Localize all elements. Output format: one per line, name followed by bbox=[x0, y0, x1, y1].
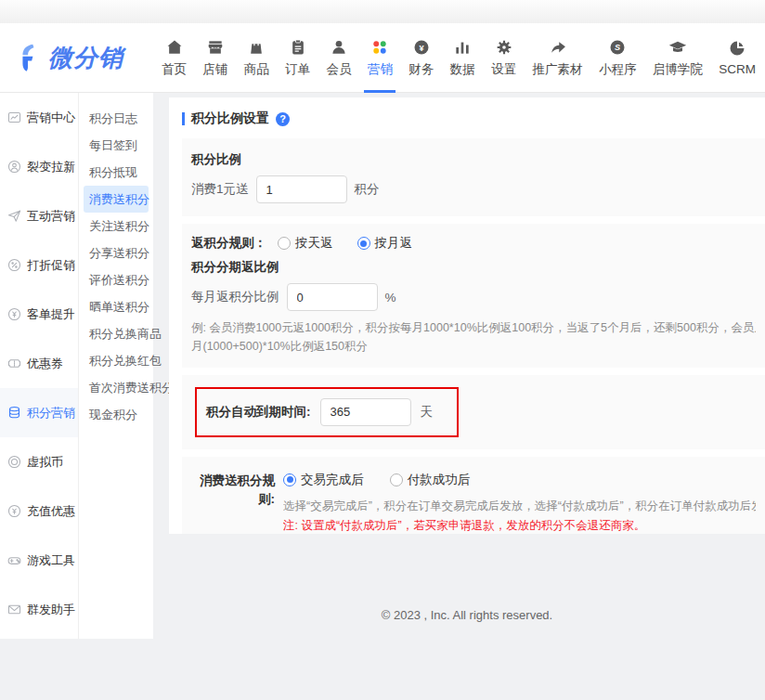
store-icon bbox=[206, 38, 225, 57]
sidebar-main: 营销中心 裂变拉新 互动营销 打折促销 客单提升 bbox=[0, 93, 79, 639]
home-icon bbox=[165, 38, 184, 57]
rebate-rule-label: 返积分规则： bbox=[191, 235, 266, 252]
section-expire-time: 积分自动到期时间: 天 bbox=[182, 375, 765, 449]
radio-label: 付款成功后 bbox=[408, 472, 471, 488]
sidebar-item[interactable]: 互动营销 bbox=[0, 191, 78, 240]
nav-item[interactable]: S 小程序 bbox=[593, 23, 642, 93]
page-body: 营销中心 裂变拉新 互动营销 打折促销 客单提升 bbox=[0, 93, 765, 700]
expire-suffix-label: 天 bbox=[421, 404, 434, 421]
goods-icon bbox=[247, 38, 266, 57]
monthly-rebate-input[interactable] bbox=[287, 283, 378, 311]
sidebar-item[interactable]: 营销中心 bbox=[0, 93, 78, 142]
radio-icon bbox=[390, 473, 403, 486]
rebate-rule-row: 返积分规则： 按天返 按月返 bbox=[191, 235, 756, 252]
submenu-item[interactable]: 分享送积分 bbox=[84, 240, 149, 266]
nav-item[interactable]: 会员 bbox=[321, 23, 357, 93]
expire-days-input[interactable] bbox=[320, 398, 411, 426]
submenu-item[interactable]: 晒单送积分 bbox=[84, 293, 149, 320]
members-icon bbox=[330, 38, 348, 57]
submenu-item[interactable]: 积分抵现 bbox=[84, 159, 149, 186]
sidebar-item[interactable]: 虚拟币 bbox=[0, 437, 78, 486]
ratio-suffix-label: 积分 bbox=[355, 181, 380, 198]
sidebar-item[interactable]: 群发助手 bbox=[0, 585, 78, 634]
submenu-item[interactable]: 积分兑换红包 bbox=[84, 347, 149, 374]
sidebar-item[interactable]: 游戏工具 bbox=[0, 536, 78, 585]
ratio-prefix-label: 消费1元送 bbox=[191, 181, 249, 198]
nav-item[interactable]: ¥ 财务 bbox=[403, 23, 439, 93]
order-value-icon bbox=[6, 306, 22, 322]
nav-item[interactable]: 商品 bbox=[239, 23, 275, 93]
points-per-yuan-input[interactable] bbox=[256, 175, 347, 203]
brand-logo[interactable]: 微分销 bbox=[17, 42, 147, 74]
discount-icon bbox=[6, 257, 22, 273]
radio-option[interactable]: 交易完成后 bbox=[283, 472, 364, 488]
brand-logo-icon bbox=[17, 43, 45, 72]
marketing-center-icon bbox=[6, 110, 22, 125]
ratio-heading: 积分比例 bbox=[191, 151, 756, 168]
data-icon bbox=[453, 38, 472, 57]
radio-option[interactable]: 按月返 bbox=[357, 235, 413, 252]
rebate-suffix-label: % bbox=[385, 291, 396, 305]
rebate-example-line2: 月(1000+500)*10%比例返150积分 bbox=[191, 337, 756, 356]
nav-item[interactable]: 订单 bbox=[279, 23, 316, 93]
submenu-item[interactable]: 积分兑换商品 bbox=[84, 320, 149, 347]
nav-item[interactable]: 启博学院 bbox=[647, 23, 708, 93]
rebate-row: 每月返积分比例 % bbox=[191, 283, 756, 311]
game-tool-icon bbox=[6, 552, 22, 568]
sidebar-item[interactable]: 优惠券 bbox=[0, 339, 78, 388]
sidebar-submenu: 积分日志 每日签到 积分抵现 消费送积分 关注送积分 分享送积分 评价送积分 晒… bbox=[79, 93, 153, 639]
nav-item[interactable]: 设置 bbox=[486, 23, 522, 93]
page-title-row: 积分比例设置 bbox=[182, 110, 765, 127]
nav-item[interactable]: 营销 bbox=[362, 23, 398, 93]
rebate-prefix-label: 每月返积分比例 bbox=[191, 289, 279, 305]
radio-icon bbox=[283, 473, 296, 486]
brand-name: 微分销 bbox=[48, 42, 123, 74]
nav-item[interactable]: SCRM bbox=[713, 23, 761, 93]
coupon-icon bbox=[6, 356, 22, 371]
radio-icon bbox=[278, 237, 291, 250]
page-title: 积分比例设置 bbox=[191, 110, 269, 127]
sidebar-item[interactable]: 充值优惠 bbox=[0, 486, 78, 536]
highlight-box: 积分自动到期时间: 天 bbox=[195, 387, 459, 437]
sidebar-item[interactable]: 打折促销 bbox=[0, 240, 78, 290]
interactive-icon bbox=[6, 208, 22, 224]
nav-item[interactable]: 店铺 bbox=[197, 23, 233, 93]
rebate-heading: 积分分期返比例 bbox=[191, 259, 756, 276]
submenu-item[interactable]: 现金积分 bbox=[84, 401, 149, 428]
finance-icon: ¥ bbox=[412, 38, 431, 57]
send-rule-description: 选择“交易完成后”，积分在订单交易完成后发放，选择“付款成功后”，积分在订单付款… bbox=[283, 499, 756, 514]
submenu-item[interactable]: 消费送积分 bbox=[84, 186, 149, 213]
college-icon bbox=[668, 38, 687, 57]
settings-icon bbox=[495, 38, 513, 57]
submenu-item[interactable]: 积分日志 bbox=[84, 105, 149, 132]
submenu-item[interactable]: 评价送积分 bbox=[84, 266, 149, 293]
rebate-radio-group: 按天返 按月返 bbox=[278, 235, 412, 252]
sidebar-item[interactable]: 客单提升 bbox=[0, 290, 78, 339]
sidebar-item[interactable]: 积分营销 bbox=[0, 388, 78, 437]
help-icon[interactable] bbox=[276, 112, 290, 126]
section-send-rule: 消费送积分规则: 交易完成后 付款成功后 bbox=[182, 457, 765, 535]
radio-option[interactable]: 付款成功后 bbox=[390, 472, 471, 488]
browser-top-strip bbox=[0, 0, 765, 23]
sidebar-item[interactable]: 裂变拉新 bbox=[0, 142, 78, 191]
recharge-icon bbox=[6, 503, 22, 519]
primary-nav: 首页 店铺 商品 订单 会员 营销 bbox=[156, 23, 761, 93]
send-rule-warning: 注: 设置成“付款成功后”，若买家申请退款，发放的积分不会退还商家。 bbox=[283, 518, 756, 534]
submenu-item[interactable]: 首次消费送积分 bbox=[84, 374, 149, 401]
nav-item[interactable]: 数据 bbox=[445, 23, 481, 93]
radio-label: 交易完成后 bbox=[301, 472, 364, 488]
scrm-icon bbox=[728, 39, 746, 58]
title-accent-bar bbox=[182, 112, 185, 125]
send-rule-label: 消费送积分规则: bbox=[191, 472, 275, 534]
submenu-item[interactable]: 每日签到 bbox=[84, 132, 149, 159]
orders-icon bbox=[289, 38, 307, 57]
nav-item[interactable]: 推广素材 bbox=[527, 23, 589, 93]
expire-label: 积分自动到期时间: bbox=[206, 404, 311, 421]
radio-option[interactable]: 按天返 bbox=[278, 235, 333, 252]
nav-item[interactable]: 首页 bbox=[156, 23, 192, 93]
submenu-item[interactable]: 关注送积分 bbox=[84, 213, 149, 240]
svg-text:S: S bbox=[615, 43, 621, 52]
marketing-icon bbox=[370, 38, 389, 57]
virtual-coin-icon bbox=[6, 454, 22, 470]
content-card: 积分比例设置 积分比例 消费1元送 积分 返积分规则： bbox=[169, 97, 765, 534]
